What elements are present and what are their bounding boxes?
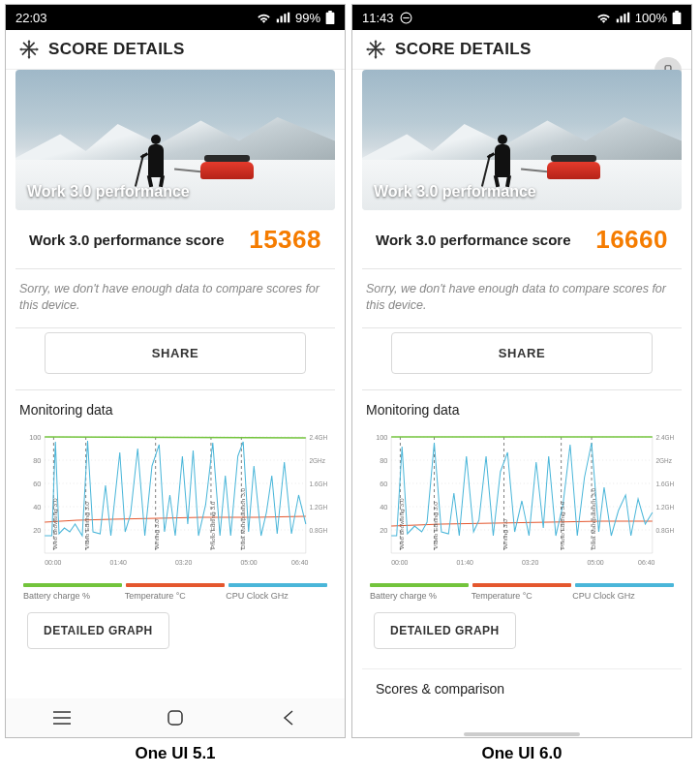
svg-text:05:00: 05:00 bbox=[240, 557, 257, 566]
svg-text:100: 100 bbox=[376, 432, 387, 441]
status-bar: 11:43 100% bbox=[352, 5, 691, 30]
svg-text:Web Browsing 3.0: Web Browsing 3.0 bbox=[51, 498, 58, 549]
score-value: 15368 bbox=[249, 225, 321, 255]
back-button[interactable] bbox=[279, 708, 298, 728]
screenshot-right: 11:43 100% SCORE DETAILS Work 3.0 perfor… bbox=[351, 4, 692, 738]
svg-text:Writing 3.0: Writing 3.0 bbox=[502, 518, 508, 548]
comparison-message: Sorry, we don't have enough data to comp… bbox=[6, 269, 345, 327]
detailed-graph-button[interactable]: DETAILED GRAPH bbox=[374, 612, 516, 649]
wifi-icon bbox=[596, 12, 611, 23]
monitoring-title: Monitoring data bbox=[6, 390, 345, 425]
scores-comparison-header[interactable]: Scores & comparison bbox=[362, 668, 682, 697]
svg-text:01:40: 01:40 bbox=[110, 557, 127, 566]
svg-text:40: 40 bbox=[380, 502, 387, 511]
svg-rect-36 bbox=[168, 711, 182, 725]
screenshot-left: 22:03 99% SCORE DETAILS Work 3.0 perform… bbox=[5, 4, 346, 738]
caption-right: One UI 6.0 bbox=[351, 744, 692, 763]
svg-text:2.4GHz: 2.4GHz bbox=[310, 434, 327, 441]
caption-left: One UI 5.1 bbox=[5, 744, 346, 763]
svg-text:06:40: 06:40 bbox=[638, 557, 654, 566]
svg-text:1.6GHz: 1.6GHz bbox=[656, 480, 674, 487]
svg-text:1.2GHz: 1.2GHz bbox=[310, 504, 327, 511]
share-button[interactable]: SHARE bbox=[391, 332, 653, 374]
svg-text:00:00: 00:00 bbox=[391, 557, 408, 566]
status-time: 11:43 bbox=[362, 11, 394, 25]
page-title: SCORE DETAILS bbox=[395, 40, 532, 59]
svg-text:Writing 3.0: Writing 3.0 bbox=[154, 518, 161, 548]
svg-text:Photo Editing 3.0: Photo Editing 3.0 bbox=[209, 501, 216, 549]
comparison-message: Sorry, we don't have enough data to comp… bbox=[352, 269, 691, 327]
svg-text:06:40: 06:40 bbox=[291, 557, 308, 566]
svg-text:0.8GHz: 0.8GHz bbox=[656, 527, 674, 534]
battery-icon bbox=[672, 11, 682, 24]
detailed-graph-button[interactable]: DETAILED GRAPH bbox=[27, 612, 169, 649]
dnd-icon bbox=[400, 12, 412, 24]
svg-text:2GHz: 2GHz bbox=[310, 457, 326, 464]
snowflake-icon bbox=[19, 40, 39, 59]
gesture-bar bbox=[464, 732, 580, 736]
page-title: SCORE DETAILS bbox=[48, 40, 185, 59]
android-navbar bbox=[6, 698, 345, 737]
monitoring-chart[interactable]: 100 80 60 40 20 2.4GHz 2GHz 1.6GHz 1.2GH… bbox=[370, 427, 674, 577]
score-row: Work 3.0 performance score 15368 bbox=[15, 210, 335, 268]
svg-text:Video Editing 3.0: Video Editing 3.0 bbox=[432, 501, 439, 549]
svg-text:20: 20 bbox=[33, 525, 41, 534]
svg-text:03:20: 03:20 bbox=[522, 557, 538, 566]
status-time: 22:03 bbox=[15, 11, 47, 25]
app-header: SCORE DETAILS bbox=[352, 30, 691, 70]
score-row: Work 3.0 performance score 16660 bbox=[362, 210, 682, 268]
snowflake-icon bbox=[366, 40, 385, 59]
home-button[interactable] bbox=[166, 708, 185, 728]
svg-text:00:00: 00:00 bbox=[45, 557, 61, 566]
svg-text:Photo Editing 3.0: Photo Editing 3.0 bbox=[560, 501, 566, 549]
svg-text:80: 80 bbox=[380, 455, 387, 464]
share-button[interactable]: SHARE bbox=[45, 332, 306, 374]
svg-text:20: 20 bbox=[380, 525, 387, 534]
svg-text:0.8GHz: 0.8GHz bbox=[310, 527, 327, 534]
svg-text:05:00: 05:00 bbox=[587, 557, 603, 566]
svg-text:100: 100 bbox=[29, 432, 41, 441]
svg-text:Web Browsing 3.0: Web Browsing 3.0 bbox=[398, 498, 405, 549]
monitoring-chart[interactable]: 100 80 60 40 20 2.4GHz 2GHz 1.6GHz 1.2GH… bbox=[23, 427, 327, 577]
svg-text:Video Editing 3.0: Video Editing 3.0 bbox=[84, 501, 91, 549]
app-header: SCORE DETAILS bbox=[6, 30, 345, 70]
hero-banner: Work 3.0 performance bbox=[362, 70, 682, 210]
signal-icon bbox=[276, 12, 290, 23]
svg-text:60: 60 bbox=[33, 479, 41, 487]
wifi-icon bbox=[257, 12, 271, 23]
svg-text:40: 40 bbox=[33, 502, 41, 511]
status-battery: 99% bbox=[295, 11, 320, 25]
legend-text: Battery charge % Temperature °C CPU Cloc… bbox=[370, 591, 674, 601]
svg-text:60: 60 bbox=[380, 479, 387, 487]
svg-text:03:20: 03:20 bbox=[175, 557, 192, 566]
score-label: Work 3.0 performance score bbox=[29, 232, 224, 248]
score-value: 16660 bbox=[595, 225, 668, 255]
monitoring-title: Monitoring data bbox=[352, 390, 691, 425]
legend-bars bbox=[370, 583, 674, 587]
legend-text: Battery charge % Temperature °C CPU Cloc… bbox=[23, 591, 327, 601]
legend-bars bbox=[23, 583, 327, 587]
signal-icon bbox=[616, 12, 630, 23]
svg-text:Data Manipulation 3.0: Data Manipulation 3.0 bbox=[239, 487, 246, 549]
hero-banner: Work 3.0 performance bbox=[15, 70, 335, 210]
status-bar: 22:03 99% bbox=[6, 5, 345, 30]
battery-icon bbox=[325, 11, 335, 24]
svg-text:1.6GHz: 1.6GHz bbox=[310, 480, 327, 487]
svg-text:80: 80 bbox=[33, 455, 41, 464]
svg-text:1.2GHz: 1.2GHz bbox=[656, 504, 674, 511]
svg-text:2GHz: 2GHz bbox=[656, 457, 673, 464]
svg-text:2.4GHz: 2.4GHz bbox=[656, 434, 674, 441]
score-label: Work 3.0 performance score bbox=[376, 232, 570, 248]
recent-apps-button[interactable] bbox=[52, 708, 72, 728]
svg-text:Data Manipulation 3.0: Data Manipulation 3.0 bbox=[590, 487, 596, 549]
banner-label: Work 3.0 performance bbox=[27, 183, 190, 201]
svg-text:01:40: 01:40 bbox=[457, 557, 473, 566]
status-battery: 100% bbox=[635, 11, 667, 25]
banner-label: Work 3.0 performance bbox=[374, 183, 536, 201]
